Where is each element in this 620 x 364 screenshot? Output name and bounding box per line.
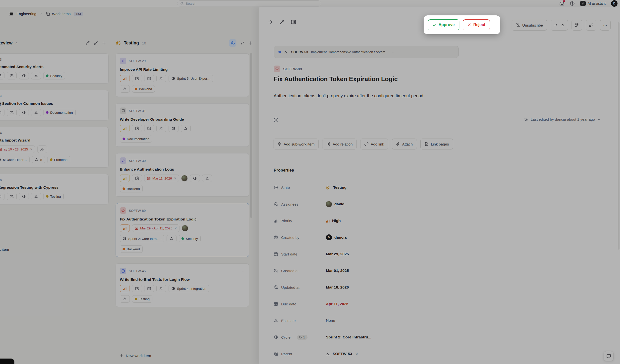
tour-spotlight: Approve Reject bbox=[424, 15, 500, 34]
dim-overlay bbox=[0, 0, 620, 364]
check-icon bbox=[433, 23, 436, 27]
reject-button[interactable]: Reject bbox=[463, 19, 490, 30]
close-icon bbox=[468, 23, 471, 27]
approve-button[interactable]: Approve bbox=[428, 19, 459, 30]
app-window: AI assistant D Engineering Work items 15… bbox=[0, 0, 620, 364]
